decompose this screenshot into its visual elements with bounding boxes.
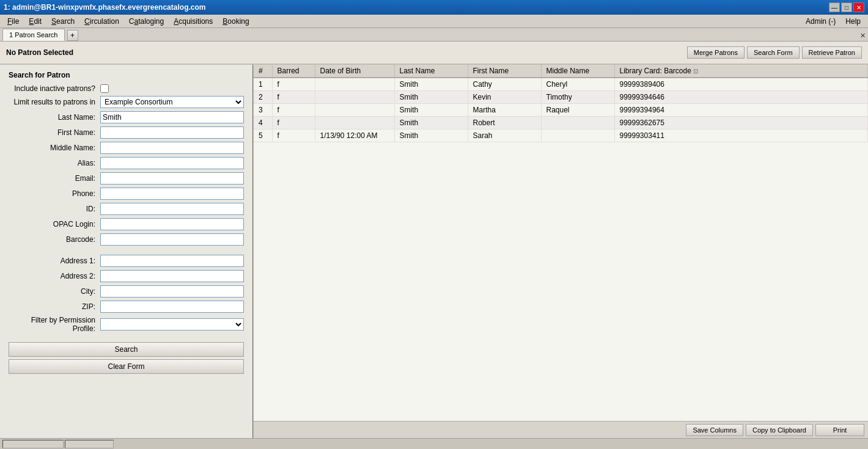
col-header-lastname[interactable]: Last Name [394,65,468,78]
cell-num: 2 [254,91,272,104]
menu-bar: File Edit Search Circulation Cataloging … [0,15,868,28]
table-row[interactable]: 4fSmithRobert99999362675 [254,117,868,130]
col-header-dob[interactable]: Date of Birth [315,65,394,78]
email-label: Email: [9,174,100,183]
email-row: Email: [9,172,244,184]
filter-profile-row: Filter by Permission Profile: Patrons St… [9,316,244,333]
cell-first_name: Cathy [468,78,541,91]
cell-card: 99999394964 [614,104,868,117]
menu-circulation[interactable]: Circulation [79,16,124,27]
merge-patrons-button[interactable]: Merge Patrons [687,46,745,59]
maximize-button[interactable]: □ [841,2,852,12]
menu-admin[interactable]: Admin (-) [801,16,840,27]
menu-edit[interactable]: Edit [24,16,46,27]
cell-dob [315,91,394,104]
limit-results-select[interactable]: Example Consortium BR1 BR2 BR3 [100,96,244,108]
filter-profile-select[interactable]: Patrons Staff Admin [100,318,244,330]
col-header-card[interactable]: Library Card: Barcode ⊡ [614,65,868,78]
save-columns-button[interactable]: Save Columns [686,424,743,436]
opac-login-label: OPAC Login: [9,220,100,228]
menu-booking[interactable]: Booking [218,16,254,27]
limit-results-label: Limit results to patrons in [9,98,100,106]
id-input[interactable] [100,203,244,215]
cell-dob [315,117,394,130]
search-panel: Search for Patron Include inactive patro… [0,65,254,438]
email-input[interactable] [100,172,244,184]
opac-login-input[interactable] [100,218,244,230]
include-inactive-row: Include inactive patrons? [9,84,244,93]
address1-input[interactable] [100,255,244,267]
menu-search[interactable]: Search [46,16,79,27]
cell-barred: f [272,130,315,142]
col-header-firstname[interactable]: First Name [468,65,541,78]
close-button[interactable]: ✕ [853,2,864,12]
barcode-input[interactable] [100,233,244,246]
cell-dob: 1/13/90 12:00 AM [315,130,394,142]
include-inactive-label: Include inactive patrons? [9,84,100,93]
tab-label: 1 Patron Search [9,31,58,38]
table-row[interactable]: 3fSmithMarthaRaquel99999394964 [254,104,868,117]
menu-cataloging[interactable]: Cataloging [124,16,169,27]
table-row[interactable]: 2fSmithKevinTimothy99999394646 [254,91,868,104]
alias-input[interactable] [100,157,244,169]
action-buttons: Search Clear Form [9,342,244,374]
table-row[interactable]: 5f1/13/90 12:00 AMSmithSarah99999303411 [254,130,868,142]
middle-name-row: Middle Name: [9,142,244,154]
menu-file[interactable]: File [2,16,24,27]
cell-num: 4 [254,117,272,130]
title-controls: — □ ✕ [829,2,864,12]
clear-form-button[interactable]: Clear Form [9,359,244,374]
cell-first_name: Martha [468,104,541,117]
last-name-input[interactable] [100,111,244,123]
search-button[interactable]: Search [9,342,244,357]
tab-patron-search[interactable]: 1 Patron Search [2,29,65,41]
col-header-barred[interactable]: Barred [272,65,315,78]
status-bar [0,438,868,449]
col-resize-icon: ⊡ [693,68,698,75]
top-action-buttons: Merge Patrons Search Form Retrieve Patro… [687,46,862,59]
menu-help[interactable]: Help [840,16,866,27]
cell-card: 99999303411 [614,130,868,142]
barcode-row: Barcode: [9,233,244,246]
zip-input[interactable] [100,301,244,313]
city-label: City: [9,287,100,296]
cell-barred: f [272,117,315,130]
cell-card: 99999394646 [614,91,868,104]
minimize-button[interactable]: — [829,2,840,12]
top-info-bar: No Patron Selected Merge Patrons Search … [0,42,868,65]
phone-input[interactable] [100,188,244,200]
menu-acquisitions[interactable]: Acquisitions [169,16,218,27]
address1-row: Address 1: [9,255,244,267]
patron-status: No Patron Selected [6,48,73,57]
last-name-label: Last Name: [9,113,100,122]
print-button[interactable]: Print [815,424,864,436]
address2-input[interactable] [100,270,244,282]
results-table-wrapper[interactable]: # Barred Date of Birth Last Name First N… [254,65,868,421]
cell-middle_name [541,130,614,142]
add-tab-button[interactable]: + [67,30,78,41]
phone-label: Phone: [9,189,100,198]
include-inactive-checkbox[interactable] [100,84,109,93]
zip-row: ZIP: [9,301,244,313]
tab-close-icon[interactable]: ✕ [860,32,866,40]
results-panel: # Barred Date of Birth Last Name First N… [254,65,868,438]
last-name-row: Last Name: [9,111,244,123]
first-name-row: First Name: [9,126,244,139]
first-name-input[interactable] [100,126,244,139]
cell-first_name: Kevin [468,91,541,104]
city-input[interactable] [100,285,244,298]
copy-clipboard-button[interactable]: Copy to Clipboard [746,424,813,436]
col-header-num[interactable]: # [254,65,272,78]
search-form-button[interactable]: Search Form [747,46,800,59]
retrieve-patron-button[interactable]: Retrieve Patron [802,46,862,59]
address1-label: Address 1: [9,257,100,265]
content-area: Search for Patron Include inactive patro… [0,65,868,438]
cell-dob [315,104,394,117]
id-label: ID: [9,205,100,213]
col-header-middle[interactable]: Middle Name [541,65,614,78]
cell-dob [315,78,394,91]
table-row[interactable]: 1fSmithCathyCheryl99999389406 [254,78,868,91]
address2-row: Address 2: [9,270,244,282]
middle-name-input[interactable] [100,142,244,154]
cell-last_name: Smith [394,104,468,117]
